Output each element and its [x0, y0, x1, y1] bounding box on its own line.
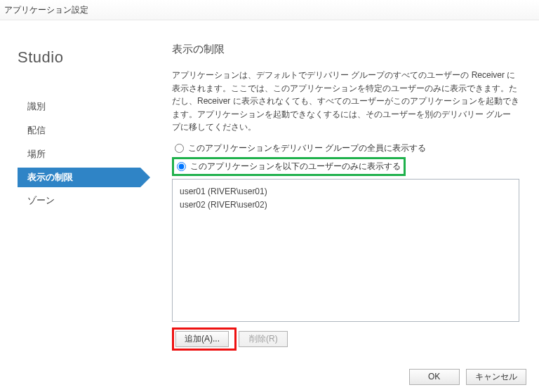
add-button[interactable]: 追加(A)... — [175, 331, 229, 347]
sidebar: Studio 識別 配信 場所 表示の制限 ゾーン — [0, 20, 165, 392]
list-button-row: 追加(A)... 削除(R) — [172, 327, 519, 351]
ok-button[interactable]: OK — [409, 369, 460, 385]
sidebar-item-zone[interactable]: ゾーン — [18, 190, 140, 211]
radio-show-all-label: このアプリケーションをデリバリー グループの全員に表示する — [188, 142, 426, 154]
radio-show-all-input[interactable] — [175, 144, 184, 153]
studio-brand: Studio — [18, 48, 165, 67]
sidebar-nav: 識別 配信 場所 表示の制限 ゾーン — [18, 96, 140, 211]
body: Studio 識別 配信 場所 表示の制限 ゾーン 表示の制限 アプリケーション… — [0, 20, 539, 392]
list-item[interactable]: user01 (RIVER\user01) — [180, 185, 512, 198]
sidebar-item-visibility[interactable]: 表示の制限 — [18, 168, 140, 187]
user-list[interactable]: user01 (RIVER\user01) user02 (RIVER\user… — [172, 179, 519, 322]
section-description: アプリケーションは、デフォルトでデリバリー グループのすべてのユーザーの Rec… — [172, 69, 519, 134]
cancel-button[interactable]: キャンセル — [466, 369, 526, 385]
window-title: アプリケーション設定 — [0, 0, 539, 20]
dialog-footer: OK キャンセル — [409, 369, 531, 386]
sidebar-item-delivery[interactable]: 配信 — [18, 120, 140, 141]
sidebar-item-location[interactable]: 場所 — [18, 144, 140, 165]
main-panel: 表示の制限 アプリケーションは、デフォルトでデリバリー グループのすべてのユーザ… — [165, 20, 539, 392]
sidebar-item-identify[interactable]: 識別 — [18, 96, 140, 117]
remove-button: 削除(R) — [239, 331, 288, 347]
list-item[interactable]: user02 (RIVER\user02) — [180, 198, 512, 212]
radio-show-all[interactable]: このアプリケーションをデリバリー グループの全員に表示する — [172, 141, 519, 156]
section-heading: 表示の制限 — [172, 43, 519, 56]
radio-show-limited[interactable]: このアプリケーションを以下のユーザーのみに表示する — [172, 157, 406, 176]
radio-show-limited-input[interactable] — [177, 162, 186, 171]
radio-show-limited-label: このアプリケーションを以下のユーザーのみに表示する — [190, 161, 401, 173]
window: アプリケーション設定 Studio 識別 配信 場所 表示の制限 ゾーン 表示の… — [0, 0, 539, 392]
add-button-highlight: 追加(A)... — [172, 327, 237, 351]
